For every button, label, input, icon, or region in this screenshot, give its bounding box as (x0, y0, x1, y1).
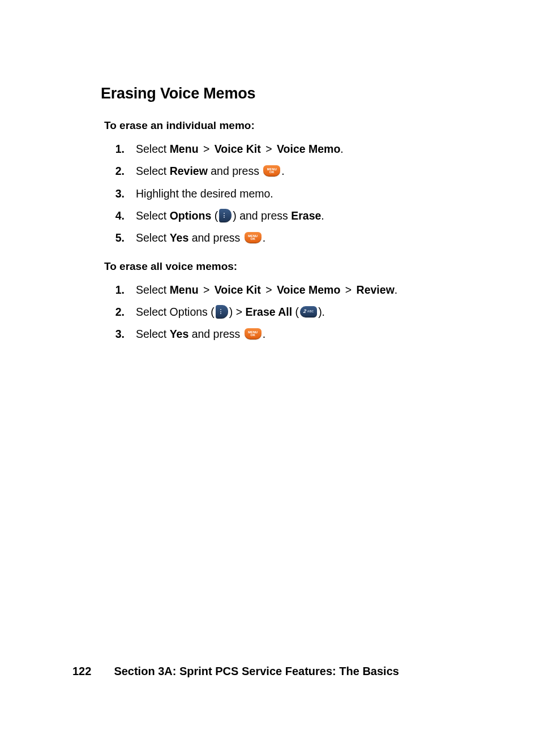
step-body: Select Yes and press MENU OK . (136, 327, 473, 341)
step-number: 2. (114, 164, 125, 178)
step-body: Select Menu > Voice Kit > Voice Memo . (136, 142, 473, 156)
number-2-key-icon: 2 ABC (300, 306, 317, 317)
step-body: Select Options ( ) and press Erase . (136, 209, 473, 223)
list-item: 2. Select Review and press MENU OK . (114, 164, 473, 178)
page-number: 122 (72, 665, 91, 678)
step-body: Select Options ( ) > Erase All ( 2 ABC )… (136, 305, 473, 319)
footer-section-label: Section 3A: Sprint PCS Service Features:… (114, 665, 399, 678)
step-number: 3. (114, 187, 125, 201)
steps-all: 1. Select Menu > Voice Kit > Voice Memo … (101, 283, 473, 342)
step-number: 1. (114, 142, 125, 156)
list-item: 3. Highlight the desired memo. (114, 187, 473, 201)
list-item: 4. Select Options ( ) and press Erase . (114, 209, 473, 223)
list-item: 2. Select Options ( ) > Erase All ( 2 AB… (114, 305, 473, 319)
steps-individual: 1. Select Menu > Voice Kit > Voice Memo … (101, 142, 473, 246)
list-item: 3. Select Yes and press MENU OK . (114, 327, 473, 341)
menu-ok-key-icon: MENU OK (245, 328, 262, 340)
step-number: 4. (114, 209, 125, 223)
menu-ok-key-icon: MENU OK (263, 165, 280, 177)
list-item: 5. Select Yes and press MENU OK . (114, 231, 473, 245)
step-body: Select Review and press MENU OK . (136, 164, 473, 178)
section-intro-all: To erase all voice memos: (104, 260, 473, 273)
list-item: 1. Select Menu > Voice Kit > Voice Memo … (114, 283, 473, 297)
step-body: Highlight the desired memo. (136, 187, 473, 201)
step-body: Select Yes and press MENU OK . (136, 231, 473, 245)
right-soft-key-icon (216, 305, 228, 319)
menu-ok-key-icon: MENU OK (245, 232, 262, 243)
right-soft-key-icon (219, 209, 232, 222)
step-number: 3. (114, 327, 125, 341)
step-body: Select Menu > Voice Kit > Voice Memo > R… (136, 283, 473, 297)
list-item: 1. Select Menu > Voice Kit > Voice Memo … (114, 142, 473, 156)
page-title: Erasing Voice Memos (101, 85, 473, 102)
step-number: 1. (114, 283, 125, 297)
step-number: 5. (114, 231, 125, 245)
step-number: 2. (114, 305, 125, 319)
page-footer: 122 Section 3A: Sprint PCS Service Featu… (72, 665, 399, 678)
section-intro-individual: To erase an individual memo: (104, 119, 473, 132)
